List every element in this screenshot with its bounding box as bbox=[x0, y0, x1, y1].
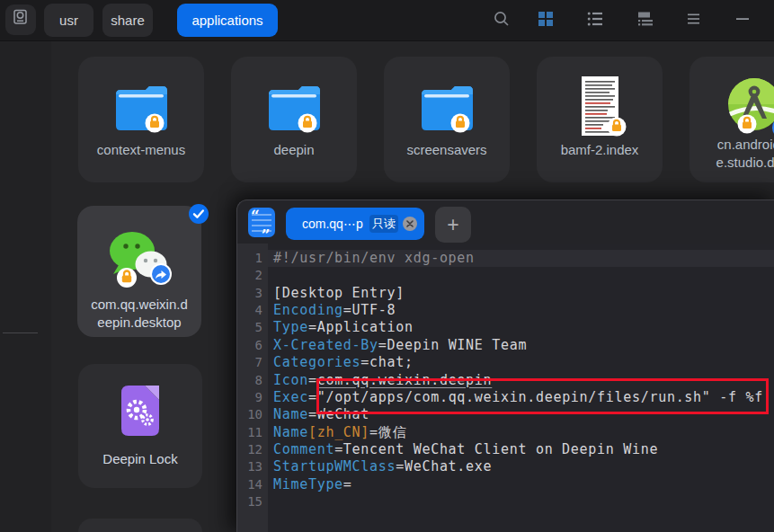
code-line[interactable]: Name[zh_CN]=微信 bbox=[268, 424, 774, 441]
file-tile-android-studio[interactable]: cn.androidg e.studio.des bbox=[689, 57, 774, 182]
line-number: 6 bbox=[237, 337, 268, 354]
minimize-icon bbox=[734, 11, 751, 31]
line-number: 8 bbox=[237, 372, 268, 389]
collapsed-sidebar bbox=[0, 41, 51, 532]
file-label-line2: e.studio.des bbox=[689, 154, 774, 172]
file-label: deepin bbox=[231, 141, 357, 159]
svg-text:„: „ bbox=[262, 217, 271, 235]
menu-button[interactable] bbox=[683, 10, 705, 31]
editor-tab[interactable]: com.qq⋯p 只读 bbox=[286, 208, 424, 240]
code-line[interactable]: [Desktop Entry] bbox=[268, 285, 774, 302]
line-number: 15 bbox=[237, 493, 268, 510]
file-label-line1: com.qq.weixin.d bbox=[77, 296, 201, 314]
title-toolbar: usr share applications bbox=[0, 0, 774, 41]
new-tab-button[interactable]: + bbox=[435, 207, 471, 243]
breadcrumb-root-button[interactable] bbox=[5, 4, 36, 35]
line-number: 4 bbox=[237, 302, 268, 319]
file-label: context-menus bbox=[78, 141, 204, 159]
breadcrumb-share[interactable]: share bbox=[102, 4, 153, 37]
list-view-icon bbox=[587, 11, 603, 31]
folder-icon bbox=[384, 84, 510, 134]
line-number: 9 bbox=[237, 389, 268, 406]
editor-tab-bar: “ „ com.qq⋯p 只读 + bbox=[237, 200, 774, 244]
file-tile-bamf-index[interactable]: bamf-2.index bbox=[537, 57, 663, 182]
code-line[interactable]: StartupWMClass=WeChat.exe bbox=[268, 458, 774, 475]
file-tile-wechat-desktop[interactable]: com.qq.weixin.d eepin.desktop bbox=[77, 206, 201, 337]
file-label: screensavers bbox=[384, 141, 510, 159]
android-studio-icon bbox=[689, 76, 774, 137]
deepin-lock-icon bbox=[78, 386, 202, 436]
svg-text:“: “ bbox=[251, 208, 260, 225]
annotation-red-box bbox=[316, 378, 769, 414]
tab-close-button[interactable] bbox=[403, 217, 417, 231]
breadcrumb-applications[interactable]: applications bbox=[177, 4, 278, 37]
list-view-button[interactable] bbox=[584, 10, 606, 31]
readonly-badge: 只读 bbox=[369, 215, 398, 233]
line-number: 7 bbox=[237, 354, 268, 371]
breadcrumb-usr[interactable]: usr bbox=[44, 4, 93, 37]
file-label: com.qq.weixin.d eepin.desktop bbox=[77, 296, 201, 332]
line-number: 13 bbox=[237, 458, 268, 475]
close-icon bbox=[406, 220, 414, 227]
line-number: 11 bbox=[237, 424, 268, 441]
line-number: 14 bbox=[237, 476, 268, 493]
tab-title: com.qq⋯p bbox=[302, 217, 363, 231]
wechat-icon bbox=[77, 227, 201, 292]
text-document-icon bbox=[537, 75, 663, 139]
editor-gutter: 123456789101112131415 bbox=[237, 250, 268, 510]
file-label: bamf-2.index bbox=[537, 141, 663, 159]
line-number: 10 bbox=[237, 406, 268, 423]
deepin-editor-app-icon: “ „ bbox=[248, 208, 275, 237]
minimize-button[interactable] bbox=[732, 10, 753, 31]
file-tile-deepin[interactable]: deepin bbox=[231, 57, 357, 182]
line-number: 5 bbox=[237, 319, 268, 336]
text-editor-window: “ „ com.qq⋯p 只读 + 123456789101112131415 … bbox=[236, 200, 774, 532]
line-number: 12 bbox=[237, 441, 268, 458]
selected-checkmark-icon bbox=[189, 204, 209, 227]
grid-view-icon bbox=[538, 11, 554, 31]
line-number: 3 bbox=[237, 285, 268, 302]
code-line[interactable]: MimeType= bbox=[268, 476, 774, 493]
code-line[interactable]: Encoding=UTF-8 bbox=[268, 302, 774, 319]
file-tile-partial[interactable] bbox=[78, 519, 202, 532]
search-icon bbox=[493, 10, 511, 31]
code-line[interactable] bbox=[268, 267, 774, 284]
code-line[interactable]: Categories=chat; bbox=[268, 354, 774, 371]
detail-view-button[interactable] bbox=[635, 10, 656, 31]
code-line[interactable]: Comment=Tencent WeChat Client on Deepin … bbox=[268, 441, 774, 458]
code-line[interactable]: Type=Application bbox=[268, 319, 774, 336]
line-number: 1 bbox=[237, 250, 268, 267]
disk-icon bbox=[12, 9, 30, 31]
file-tile-deepin-lock[interactable]: Deepin Lock bbox=[78, 364, 202, 488]
folder-icon bbox=[78, 84, 204, 134]
code-line[interactable]: #!/usr/bin/env xdg-open bbox=[268, 250, 774, 267]
file-tile-context-menus[interactable]: context-menus bbox=[78, 57, 204, 182]
sidebar-divider bbox=[3, 332, 38, 333]
code-line[interactable] bbox=[268, 493, 774, 510]
hamburger-menu-icon bbox=[686, 11, 702, 31]
search-button[interactable] bbox=[491, 10, 512, 31]
line-number: 2 bbox=[237, 267, 268, 284]
detail-view-icon bbox=[637, 11, 654, 31]
file-tile-screensavers[interactable]: screensavers bbox=[384, 57, 510, 182]
icon-view-button[interactable] bbox=[535, 10, 556, 31]
file-label: Deepin Lock bbox=[78, 450, 202, 468]
file-label-line2: eepin.desktop bbox=[77, 314, 201, 332]
file-label: cn.androidg e.studio.des bbox=[689, 136, 774, 172]
code-line[interactable]: X-Created-By=Deepin WINE Team bbox=[268, 337, 774, 354]
folder-icon bbox=[231, 84, 357, 134]
file-label-line1: cn.androidg bbox=[689, 136, 774, 154]
